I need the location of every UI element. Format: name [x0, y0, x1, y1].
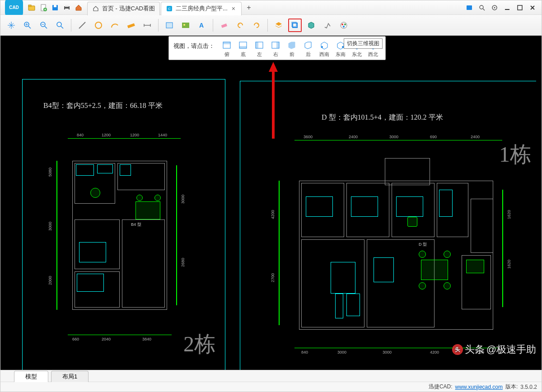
settings-button[interactable] — [489, 2, 500, 13]
svg-point-36 — [344, 23, 346, 25]
line-tool-button[interactable] — [75, 19, 89, 32]
tab-home-label: 首页 - 迅捷CAD看图 — [102, 5, 155, 13]
svg-line-24 — [79, 22, 85, 28]
annotation-arrow — [269, 62, 278, 139]
view-bottom-button[interactable]: 底 — [235, 39, 251, 59]
svg-rect-28 — [182, 23, 189, 28]
view-right-button[interactable]: 右 — [268, 39, 283, 59]
plan-frame-right: D 型：套内101.5+4，建面：120.2 平米 3600 2400 3000… — [240, 81, 536, 370]
plan-right-title: D 型：套内101.5+4，建面：120.2 平米 — [322, 113, 443, 122]
view-back-button[interactable]: 后 — [300, 39, 316, 59]
home-shortcut-button[interactable] — [74, 3, 84, 13]
view-tooltip: 切换三维视图 — [344, 38, 383, 49]
svg-point-35 — [341, 23, 343, 25]
document-icon: C — [166, 5, 173, 12]
cube-view-button[interactable] — [304, 19, 318, 32]
zoom-extents-button[interactable] — [53, 19, 67, 32]
skin-button[interactable] — [464, 2, 475, 13]
view-3d-button[interactable] — [288, 19, 302, 32]
status-url[interactable]: www.xunjiecad.com — [455, 384, 503, 390]
home-tab[interactable]: 首页 - 迅捷CAD看图 — [87, 2, 160, 15]
view-sw-button[interactable]: 西南 — [317, 39, 332, 59]
circle-tool-button[interactable] — [92, 19, 105, 32]
dimension-button[interactable] — [140, 19, 154, 32]
minimize-button[interactable] — [502, 2, 513, 13]
building-label-left: 2栋 — [183, 330, 216, 359]
measure-button[interactable] — [124, 19, 138, 32]
svg-point-29 — [183, 24, 185, 26]
view-top-button[interactable]: 俯 — [219, 39, 234, 59]
window-tool-button[interactable] — [163, 19, 176, 32]
status-version-label: 版本: — [505, 383, 518, 391]
redo-button[interactable] — [250, 19, 263, 32]
svg-point-22 — [57, 22, 61, 27]
svg-rect-39 — [223, 42, 230, 44]
text-tool-button[interactable]: A — [195, 19, 209, 32]
svg-rect-26 — [127, 23, 135, 28]
plan-left-title: B4型：套内55+2.5，建面：66.18 平米 — [43, 101, 163, 111]
watermark: 头 头条 @极速手助 — [452, 343, 536, 356]
svg-rect-43 — [256, 42, 258, 48]
svg-text:C: C — [168, 7, 171, 11]
svg-point-12 — [480, 5, 483, 9]
svg-line-19 — [28, 26, 31, 28]
svg-point-37 — [343, 26, 345, 28]
undo-button[interactable] — [234, 19, 247, 32]
layer-button[interactable] — [272, 19, 285, 32]
open-file-button[interactable] — [27, 3, 37, 13]
eraser-button[interactable] — [217, 19, 231, 32]
app-logo: CAD — [2, 0, 26, 17]
view-front-button[interactable]: 前 — [284, 39, 299, 59]
svg-line-21 — [45, 26, 47, 28]
home-icon — [92, 5, 99, 12]
zoom-out-button[interactable] — [37, 19, 51, 32]
close-tab-button[interactable]: × — [230, 5, 237, 12]
pan-button[interactable] — [5, 19, 18, 32]
view-left-button[interactable]: 左 — [252, 39, 267, 59]
svg-rect-7 — [65, 5, 69, 7]
svg-rect-1 — [28, 5, 31, 6]
layout1-tab[interactable]: 布局1 — [51, 371, 89, 382]
titlebar: CAD 首页 - 迅捷CAD看图 C 二三房经典户型平... × + — [0, 0, 542, 15]
layout-tabs: 模型 布局1 — [0, 370, 542, 382]
plan-frame-left: B4型：套内55+2.5，建面：66.18 平米 840 1200 1200 1… — [22, 79, 225, 370]
svg-rect-11 — [467, 5, 472, 10]
close-window-button[interactable] — [527, 2, 538, 13]
status-brand: 迅捷CAD: — [429, 383, 453, 391]
svg-rect-45 — [276, 42, 279, 48]
image-tool-button[interactable] — [179, 19, 192, 32]
view-popup-label: 视图，请点击： — [173, 39, 215, 50]
add-tab-button[interactable]: + — [243, 1, 255, 14]
search-button[interactable] — [477, 2, 487, 13]
svg-rect-8 — [65, 9, 69, 10]
svg-rect-5 — [54, 5, 56, 7]
maximize-button[interactable] — [514, 2, 525, 13]
svg-rect-27 — [166, 23, 173, 28]
toolbar: A — [0, 15, 542, 36]
svg-text:A: A — [199, 22, 204, 29]
svg-rect-41 — [239, 46, 247, 48]
render-button[interactable] — [321, 19, 334, 32]
svg-point-46 — [321, 46, 323, 48]
view-popup: 视图，请点击： 俯 底 左 右 前 后 西南 东南 东北 西北 切换三维视图 — [168, 36, 386, 60]
svg-point-15 — [494, 7, 495, 8]
save-button[interactable] — [50, 3, 60, 13]
svg-rect-17 — [518, 5, 522, 10]
model-tab[interactable]: 模型 — [14, 371, 48, 382]
new-file-button[interactable] — [38, 3, 48, 13]
building-label-right: 1栋 — [499, 140, 532, 169]
arc-tool-button[interactable] — [108, 19, 121, 32]
document-tab[interactable]: C 二三房经典户型平... × — [161, 2, 242, 15]
print-button[interactable] — [62, 3, 72, 13]
tab-doc-label: 二三房经典户型平... — [176, 5, 228, 13]
drawing-canvas[interactable]: 视图，请点击： 俯 底 左 右 前 后 西南 东南 东北 西北 切换三维视图 B… — [0, 36, 542, 370]
status-bar: 迅捷CAD: www.xunjiecad.com 版本: 3.5.0.2 — [0, 382, 542, 392]
zoom-in-button[interactable] — [21, 19, 34, 32]
svg-line-23 — [61, 26, 63, 28]
svg-line-13 — [483, 9, 485, 10]
status-version: 3.5.0.2 — [520, 384, 537, 390]
svg-point-25 — [95, 22, 102, 28]
color-button[interactable] — [337, 19, 350, 32]
svg-rect-31 — [221, 23, 227, 28]
